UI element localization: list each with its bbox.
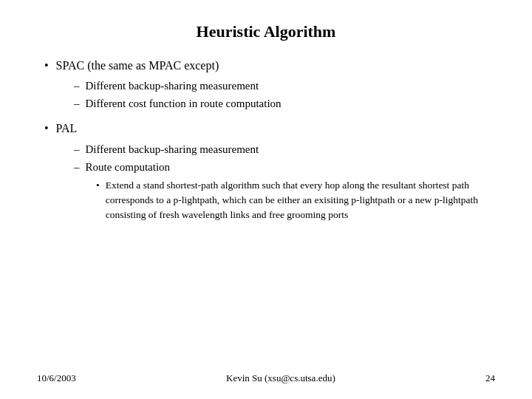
- sub-sub-dot-icon: •: [96, 178, 100, 193]
- spac-sub-bullet-2: – Different cost function in route compu…: [74, 96, 495, 112]
- dash-icon-1: –: [74, 78, 80, 94]
- pal-sub-bullets: – Different backup-sharing measurement –…: [44, 142, 495, 223]
- spac-bullet-main: • SPAC (the same as MPAC except): [44, 58, 495, 74]
- dash-icon-4: –: [74, 160, 80, 175]
- spac-main-text: SPAC (the same as MPAC except): [56, 58, 219, 74]
- pal-main-text: PAL: [56, 120, 78, 137]
- pal-sub-text-2: Route computation: [86, 160, 171, 175]
- pal-bullet-main: • PAL: [44, 120, 495, 137]
- spac-sub-text-1: Different backup-sharing measurement: [86, 78, 259, 94]
- pal-section: • PAL – Different backup-sharing measure…: [44, 120, 495, 222]
- footer-date: 10/6/2003: [37, 372, 76, 384]
- pal-sub-text-1: Different backup-sharing measurement: [86, 142, 259, 157]
- slide-title: Heuristic Algorithm: [37, 22, 495, 41]
- spac-bullet-dot: •: [44, 58, 49, 74]
- pal-bullet-dot: •: [44, 120, 49, 137]
- footer-page-number: 24: [485, 372, 495, 384]
- spac-sub-bullet-1: – Different backup-sharing measurement: [74, 78, 495, 94]
- footer-author: Kevin Su (xsu@cs.utsa.edu): [226, 372, 335, 384]
- spac-section: • SPAC (the same as MPAC except) – Diffe…: [44, 58, 495, 112]
- pal-sub-bullet-2: – Route computation: [74, 160, 495, 175]
- pal-sub-sub-bullet-1: • Extend a stand shortest-path algorithm…: [96, 178, 495, 223]
- slide-footer: 10/6/2003 Kevin Su (xsu@cs.utsa.edu) 24: [37, 365, 495, 384]
- spac-sub-text-2: Different cost function in route computa…: [86, 96, 282, 112]
- pal-sub-bullet-1: – Different backup-sharing measurement: [74, 142, 495, 157]
- dash-icon-2: –: [74, 96, 80, 112]
- pal-sub-sub-text-1: Extend a stand shortest-path algorithm s…: [106, 178, 495, 223]
- dash-icon-3: –: [74, 142, 80, 157]
- slide: Heuristic Algorithm • SPAC (the same as …: [0, 0, 532, 399]
- spac-sub-bullets: – Different backup-sharing measurement –…: [44, 78, 495, 112]
- slide-content: • SPAC (the same as MPAC except) – Diffe…: [37, 58, 495, 365]
- pal-sub-sub-bullets: • Extend a stand shortest-path algorithm…: [74, 178, 495, 223]
